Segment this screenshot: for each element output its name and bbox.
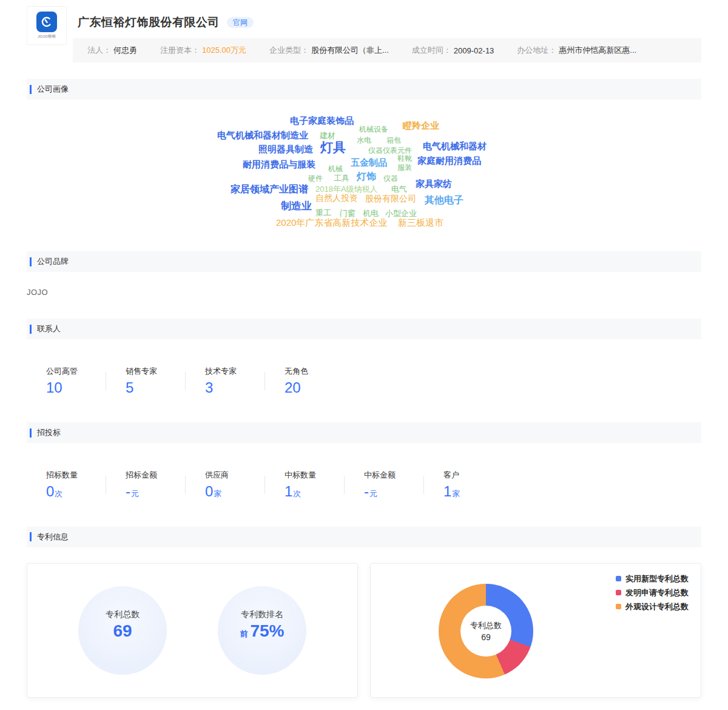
patent-chart-legend: 实用新型专利总数发明申请专利总数外观设计专利总数 [616, 573, 689, 615]
stat-value: 1次 [285, 484, 344, 499]
donut-center: 专利总数 69 [460, 606, 511, 657]
stat-value: 1家 [443, 484, 503, 499]
cloud-word: 机械设备 [359, 126, 388, 134]
company-info-bar: 法人：何忠勇注册资本：1025.00万元企业类型：股份有限公司（非上...成立时… [73, 38, 701, 63]
cloud-word: 其他电子 [425, 195, 463, 206]
cloud-word: 电气机械和器材制造业 [217, 130, 308, 141]
cloud-word: 股份有限公司 [365, 194, 416, 203]
info-value: 何忠勇 [113, 45, 137, 56]
cloud-word: 建材 [320, 132, 335, 140]
company-word-cloud: 电子家庭装饰品机械设备瞪羚企业电气机械和器材制造业建材水电箱包照明器具制造灯具仪… [27, 109, 701, 237]
donut-center-value: 69 [481, 632, 491, 642]
cloud-word: 水电 [357, 137, 371, 144]
stat-unit: 元 [369, 489, 377, 498]
patent-summary-card: 专利总数69专利数排名前75% [27, 563, 358, 698]
stat-item: 公司高管10 [27, 366, 106, 396]
cloud-word: 耐用消费品与服装 [243, 160, 315, 170]
kpi-prefix: 前 [240, 629, 248, 640]
legend-item[interactable]: 实用新型专利总数 [616, 573, 689, 584]
cloud-word: 家居领域产业图谱 [231, 184, 308, 195]
stat-value: 20 [285, 380, 344, 396]
info-item: 注册资本：1025.00万元 [160, 45, 246, 56]
kpi-label: 专利总数 [106, 609, 140, 620]
stat-label: 招标数量 [46, 470, 106, 481]
info-item: 成立时间：2009-02-13 [412, 45, 494, 56]
legend-label: 外观设计专利总数 [625, 601, 689, 612]
cloud-word: 服装 [397, 164, 412, 172]
cloud-word: 电气机械和器材 [423, 141, 487, 152]
stat-label: 中标数量 [285, 470, 344, 481]
stat-item: 客户1家 [424, 470, 503, 499]
legend-marker-icon [616, 590, 621, 595]
stat-item: 无角色20 [265, 366, 344, 396]
official-site-badge[interactable]: 官网 [227, 17, 254, 28]
cloud-word: 仪器 [383, 175, 398, 183]
kpi-label: 专利数排名 [241, 609, 283, 620]
logo-caption: JOJO照明 [38, 34, 56, 39]
brand-name: JOJO [27, 288, 728, 297]
cloud-word: 机械 [328, 165, 343, 173]
info-label: 注册资本： [160, 45, 200, 56]
legend-item[interactable]: 外观设计专利总数 [616, 601, 689, 612]
info-label: 办公地址： [517, 45, 556, 56]
stat-label: 销售专家 [126, 366, 185, 377]
cloud-word: 电子家庭装饰品 [290, 116, 354, 126]
cloud-word: 照明器具制造 [258, 144, 313, 155]
cloud-word: 五金制品 [351, 158, 387, 168]
patent-donut-card: 专利总数 69 实用新型专利总数发明申请专利总数外观设计专利总数 [370, 563, 701, 698]
page-title: 广东恒裕灯饰股份有限公司 [78, 15, 220, 30]
stat-unit: 次 [55, 489, 62, 498]
info-label: 成立时间： [412, 45, 451, 56]
legend-marker-icon [616, 576, 621, 581]
cloud-word: 制造业 [281, 201, 312, 212]
section-header-portrait: 公司画像 [27, 79, 701, 100]
stat-item: 招标数量0次 [27, 470, 106, 499]
section-accent-bar [30, 428, 32, 438]
section-accent-bar [30, 85, 32, 94]
cloud-word: 家具家纺 [416, 179, 452, 189]
stat-value: 3 [205, 380, 265, 396]
stat-label: 供应商 [205, 470, 265, 481]
section-accent-bar [30, 532, 32, 541]
section-header-brand: 公司品牌 [27, 251, 701, 272]
page-header: JOJO照明 广东恒裕灯饰股份有限公司 官网 法人：何忠勇注册资本：1025.0… [0, 0, 728, 63]
info-item: 办公地址：惠州市仲恺高新区惠... [517, 45, 636, 56]
section-accent-bar [30, 257, 32, 266]
company-logo: JOJO照明 [27, 6, 67, 45]
brand-logo-icon [36, 12, 57, 32]
donut-center-label: 专利总数 [470, 620, 502, 631]
info-value: 1025.00万元 [202, 45, 246, 56]
cloud-word: 箱包 [386, 137, 401, 144]
section-header-bidding: 招投标 [27, 422, 701, 443]
section-title: 公司画像 [37, 84, 69, 95]
cloud-word: 新三板退市 [398, 218, 443, 228]
stat-item: 销售专家5 [106, 366, 185, 396]
cloud-word: 瞪羚企业 [403, 121, 439, 131]
cloud-word: 家庭耐用消费品 [417, 156, 481, 166]
info-value: 2009-02-13 [454, 46, 494, 55]
patent-donut-chart: 专利总数 69 [439, 584, 533, 678]
stat-value: 0次 [46, 484, 106, 499]
cloud-word: 灯饰 [357, 171, 376, 182]
legend-marker-icon [616, 604, 621, 609]
cloud-word: 工具 [334, 174, 349, 183]
stat-value: 10 [46, 380, 106, 396]
stat-item: 中标数量1次 [265, 470, 344, 499]
cloud-word: 电气 [391, 185, 407, 194]
stat-item: 供应商0家 [186, 470, 265, 499]
kpi-value: 75% [250, 621, 284, 641]
bid-stats-row: 招标数量0次招标金额-元供应商0家中标数量1次中标金额-元客户1家 [27, 470, 701, 499]
stat-value: 5 [126, 380, 185, 396]
legend-item[interactable]: 发明申请专利总数 [616, 587, 689, 598]
stat-unit: 家 [452, 489, 460, 498]
section-accent-bar [30, 325, 32, 334]
cloud-word: 鞋靴 [397, 155, 412, 163]
info-item: 企业类型：股份有限公司（非上... [269, 45, 389, 56]
legend-label: 发明申请专利总数 [625, 587, 689, 598]
cloud-word: 自然人投资 [315, 194, 358, 203]
info-label: 企业类型： [269, 45, 309, 56]
cloud-word: 2020年广东省高新技术企业 [276, 218, 387, 228]
patent-kpi-circle: 专利数排名前75% [218, 586, 306, 675]
kpi-value: 69 [113, 621, 132, 641]
stat-value: -元 [364, 484, 423, 499]
